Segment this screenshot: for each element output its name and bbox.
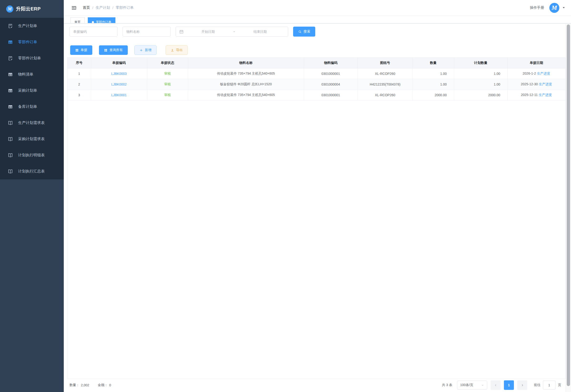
date-start-input[interactable] [184,29,233,34]
column-header-status: 单据状态 [147,58,188,68]
doc-button[interactable]: 单据 [70,45,92,55]
avatar[interactable]: M [549,3,559,13]
orders-table: 序号单据编码单据状态物料名称物料编码图纸号数量计划数量单据日期 1LJBK000… [68,58,565,100]
brand: M 升阳云ERP [0,0,64,18]
sidebar-item-label: 生产计划单 [18,24,58,28]
cell-index: 1 [68,68,91,79]
amount-value: 0 [109,383,111,387]
production-progress-link[interactable]: 生产进度 [539,82,552,86]
goto-page-input[interactable] [543,381,556,390]
production-progress-link[interactable]: 生产进度 [539,93,552,97]
column-header-plan_qty: 计划数量 [454,58,508,68]
tags-view-bar: 首页零部件订单 [64,16,571,24]
breadcrumb-item: 零部件订单 [116,5,134,10]
caret-down-icon[interactable] [562,6,565,9]
sidebar-item-stock-plan-order[interactable]: 备库计划单 [0,98,64,115]
cell-status: 审核 [147,90,188,100]
qty-label: 数量： [70,383,79,387]
goto-label: 前往 [534,383,541,387]
arrow-left-icon [494,383,497,387]
sidebar-item-purchase-plan-order[interactable]: 采购计划单 [0,83,64,98]
summary: 数量： 2,002 金额： 0 [70,383,111,387]
next-page-button[interactable] [517,380,527,390]
grid-icon [104,48,107,52]
sidebar-item-label: 生产计划需求表 [18,120,58,126]
book-icon [8,120,13,126]
cell-qty: 1.00 [413,68,454,79]
export-button[interactable]: 导出 [165,45,188,55]
plus-icon [139,48,143,52]
top-header: 首页/生产计划/零部件订单 操作手册 M [64,0,571,16]
sidebar-item-label: 物料清单 [18,72,58,77]
table-grid-icon [8,72,13,77]
prev-page-button[interactable] [491,380,501,390]
cell-status: 审核 [147,68,188,79]
material-name-input[interactable] [122,27,171,37]
status-badge: 审核 [164,93,171,97]
search-button[interactable]: 搜索 [293,27,315,37]
column-header-material_code: 物料编码 [304,58,358,68]
breadcrumb: 首页/生产计划/零部件订单 [83,5,134,10]
query-all-button[interactable]: 查询所有 [99,45,128,55]
page-number-button[interactable]: 1 [504,380,514,390]
add-button[interactable]: 新增 [135,45,157,55]
tab-parts-order[interactable]: 零部件订单 [88,17,115,24]
table-row[interactable]: 1LJBK0003审核传动皮轮装件 735×794 主机孔540×6050301… [68,68,565,79]
toolbar: 单据 查询所有 新增 导出 [70,45,566,55]
breadcrumb-item[interactable]: 首页 [83,5,90,10]
breadcrumb-item[interactable]: 生产计划 [96,5,110,10]
sidebar-item-label: 计划执行明细表 [18,153,58,158]
grid-icon [75,48,79,52]
sidebar-item-parts-plan-order[interactable]: 零部件计划单 [0,50,64,66]
table-grid-icon [8,40,13,45]
sidebar-item-parts-order[interactable]: 零部件订单 [0,34,64,50]
cell-material_name: 传动皮轮装件 735×794 主机孔540×605 [188,90,304,100]
cell-date: 2026-1-2 生产进度 [508,68,565,79]
goto-page: 前往 页 [534,381,561,390]
page-unit-label: 页 [558,383,561,387]
table-row[interactable]: 3LJBK0001审核传动皮轮装件 735×794 主机孔540×6050301… [68,90,565,100]
sidebar-item-plan-exec-summary[interactable]: 计划执行汇总表 [0,163,64,179]
date-end-input[interactable] [236,29,285,34]
table-grid-icon [8,88,13,93]
orders-table-wrapper: 序号单据编码单据状态物料名称物料编码图纸号数量计划数量单据日期 1LJBK000… [67,57,566,379]
pagination: 共 3 条 100条/页 1 前往 页 [442,380,561,390]
cell-drawing_no: XL-RCOP260 [358,68,413,79]
tab-home[interactable]: 首页 [70,17,85,24]
download-icon [171,48,174,52]
sidebar-nav: 经营总控流程管理办公管理料品档案研发管理销售管理销售报表生产计划生产计划单零部件… [0,18,64,179]
manual-link[interactable]: 操作手册 [530,5,544,10]
production-progress-link[interactable]: 生产进度 [537,71,550,75]
main-area: 首页/生产计划/零部件订单 操作手册 M 首页零部件订单 - 搜索 [64,0,571,392]
cell-index: 3 [68,90,91,100]
qty-value: 2,002 [81,383,89,387]
sidebar-item-material-list[interactable]: 物料清单 [0,66,64,83]
order-code-link[interactable]: LJBK0001 [111,93,127,97]
book-icon [8,137,13,141]
hamburger-icon[interactable] [71,5,77,11]
doc-edit-icon [8,56,13,61]
column-header-code: 单据编码 [91,58,147,68]
page-size-select[interactable]: 100条/页 [457,381,487,390]
doc-code-input[interactable] [70,27,118,37]
order-code-link[interactable]: LJBK0002 [111,83,127,86]
date-separator: - [233,30,236,33]
order-code-link[interactable]: LJBK0003 [111,72,127,76]
cell-drawing_no: H4212235(T004378) [358,79,413,90]
date-range-picker[interactable]: - [176,27,288,37]
sidebar-item-label: 零部件订单 [18,40,58,45]
sidebar-item-purchase-plan-demand[interactable]: 采购计划需求表 [0,131,64,147]
sidebar-item-production-plan-order[interactable]: 生产计划单 [0,18,64,34]
search-icon [298,30,302,33]
cell-plan_qty: 2000.00 [454,90,508,100]
vertical-scrollbar[interactable] [566,24,571,392]
brand-title: 升阳云ERP [16,6,41,12]
scrollbar-thumb[interactable] [567,25,570,386]
page-content: - 搜索 单据 查询所有 新增 [64,24,566,392]
status-badge: 审核 [164,82,171,86]
table-row[interactable]: 2LJBK0002审核钣金铰链件 Φ20圆杆 总长LH=152003010000… [68,79,565,90]
status-badge: 审核 [164,71,171,75]
book-icon [8,153,13,158]
sidebar-item-production-plan-demand[interactable]: 生产计划需求表 [0,115,64,131]
sidebar-item-plan-exec-detail[interactable]: 计划执行明细表 [0,147,64,163]
